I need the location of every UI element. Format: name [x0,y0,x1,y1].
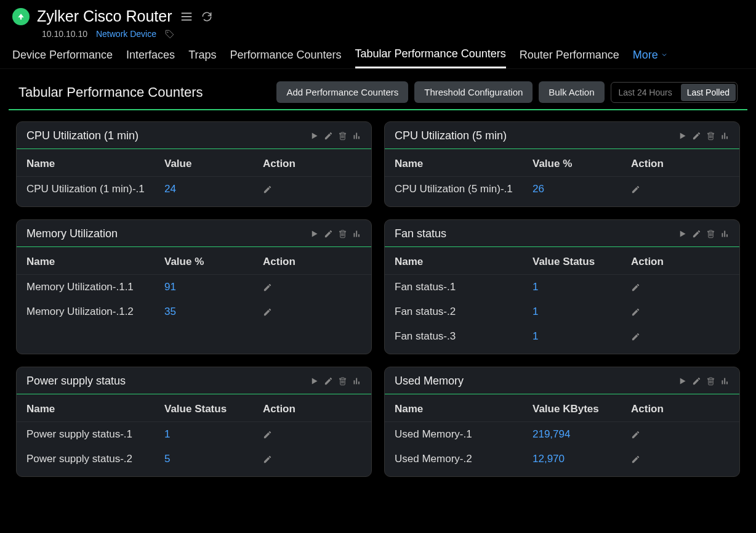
row-name: Fan status-.1 [395,281,533,293]
table-row: Fan status-.11 [385,275,739,299]
table-row: Fan status-.31 [385,324,739,349]
column-action-header: Action [263,256,361,268]
row-edit-button[interactable] [631,332,730,341]
row-edit-button[interactable] [263,455,361,464]
row-name: CPU Utilization (1 min)-.1 [26,183,164,195]
edit-icon[interactable] [324,376,333,386]
row-value: 1 [164,428,263,441]
chart-icon[interactable] [720,131,730,140]
play-icon[interactable] [310,376,319,386]
row-edit-button[interactable] [631,430,730,439]
column-action-header: Action [631,158,730,170]
play-icon[interactable] [310,131,319,140]
counter-card: Fan statusNameValue StatusActionFan stat… [384,219,740,354]
row-edit-button[interactable] [631,185,730,194]
edit-icon[interactable] [692,131,701,140]
row-edit-button[interactable] [631,307,730,317]
row-edit-button[interactable] [263,307,361,317]
ip-address: 10.10.10.10 [42,29,87,39]
table-row: Used Memory-.1219,794 [385,422,739,447]
card-title: Fan status [395,227,446,240]
tab-interfaces[interactable]: Interfaces [126,49,175,68]
table-row: Memory Utilization-.1.191 [17,275,371,299]
play-icon[interactable] [678,131,687,140]
page-title: Tabular Performance Counters [18,84,203,100]
card-title: Memory Utilization [26,227,118,240]
play-icon[interactable] [678,376,687,386]
card-title: CPU Utilization (1 min) [26,129,139,142]
column-value-header: Value KBytes [533,403,631,415]
row-name: Fan status-.3 [395,330,533,343]
row-edit-button[interactable] [631,283,730,292]
column-name-header: Name [26,158,164,170]
counter-card: Power supply statusNameValue StatusActio… [16,367,372,477]
table-row: CPU Utilization (5 min)-.126 [385,177,739,201]
tab-performance-counters[interactable]: Performance Counters [230,49,341,68]
tab-traps[interactable]: Traps [188,49,216,68]
row-value: 26 [533,183,631,195]
play-icon[interactable] [678,229,687,238]
table-row: Power supply status-.25 [17,447,371,471]
page-header: Zylker Cisco Router 10.10.10.10 Network … [0,0,756,39]
column-name-header: Name [395,403,533,415]
delete-icon[interactable] [338,229,347,238]
table-row: Fan status-.21 [385,299,739,324]
card-title: Power supply status [26,375,126,388]
delete-icon[interactable] [706,131,715,140]
delete-icon[interactable] [706,376,715,386]
edit-icon[interactable] [692,229,701,238]
device-type-link[interactable]: Network Device [96,29,156,39]
edit-icon[interactable] [692,376,701,386]
column-action-header: Action [631,256,730,268]
delete-icon[interactable] [338,376,347,386]
counter-card: Memory UtilizationNameValue %ActionMemor… [16,219,372,354]
tab-more[interactable]: More [633,49,668,68]
time-option-last-polled[interactable]: Last Polled [681,84,736,101]
time-option-last-24-hours[interactable]: Last 24 Hours [611,83,680,102]
card-title: CPU Utilization (5 min) [395,129,507,142]
add-performance-counters-button[interactable]: Add Performance Counters [276,81,408,103]
svg-point-0 [167,31,168,33]
row-name: Used Memory-.2 [395,453,533,465]
column-name-header: Name [395,256,533,268]
row-name: Used Memory-.1 [395,428,533,441]
column-action-header: Action [631,403,730,415]
row-value: 12,970 [533,453,631,465]
chart-icon[interactable] [720,376,730,386]
row-name: Fan status-.2 [395,306,533,318]
edit-icon[interactable] [324,229,333,238]
row-name: Memory Utilization-.1.1 [26,281,164,293]
tab-router-performance[interactable]: Router Performance [520,49,619,68]
chart-icon[interactable] [352,229,361,238]
chart-icon[interactable] [352,376,361,386]
row-name: Power supply status-.1 [26,428,164,441]
refresh-icon[interactable] [201,10,213,23]
row-edit-button[interactable] [631,455,730,464]
counter-card: CPU Utilization (5 min)NameValue %Action… [384,121,740,207]
table-row: Power supply status-.11 [17,422,371,447]
column-action-header: Action [263,403,361,415]
chart-icon[interactable] [720,229,730,238]
delete-icon[interactable] [706,229,715,238]
row-edit-button[interactable] [263,430,361,439]
menu-icon[interactable] [180,10,193,23]
edit-icon[interactable] [324,131,333,140]
threshold-configuration-button[interactable]: Threshold Configuration [414,81,533,103]
tag-icon[interactable] [165,30,174,39]
tab-tabular-performance-counters[interactable]: Tabular Performance Counters [355,47,506,68]
bulk-action-button[interactable]: Bulk Action [539,81,604,103]
row-edit-button[interactable] [263,283,361,292]
table-row: CPU Utilization (1 min)-.124 [17,177,371,201]
row-value: 5 [164,453,263,465]
chart-icon[interactable] [352,131,361,140]
column-value-header: Value Status [533,256,631,268]
column-action-header: Action [263,158,361,170]
row-value: 35 [164,306,263,318]
time-range-toggle: Last 24 Hours Last Polled [611,82,738,103]
column-name-header: Name [395,158,533,170]
play-icon[interactable] [310,229,319,238]
delete-icon[interactable] [338,131,347,140]
tab-device-performance[interactable]: Device Performance [12,49,113,68]
row-edit-button[interactable] [263,185,361,194]
column-value-header: Value % [164,256,263,268]
